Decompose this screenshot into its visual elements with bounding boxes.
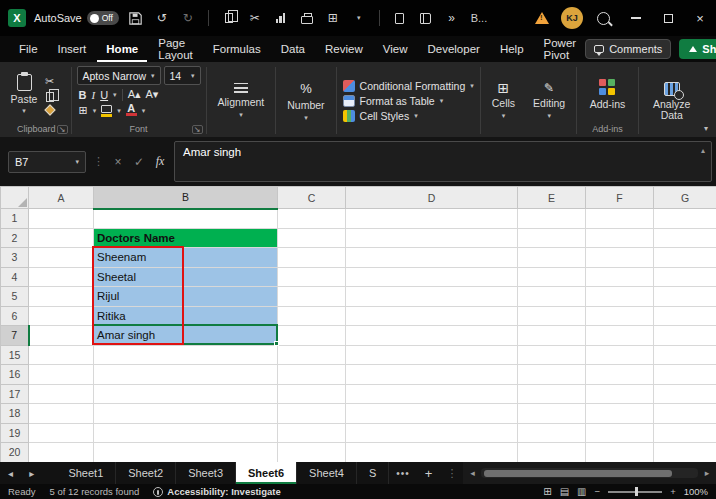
workbook-stats-button[interactable] [417,7,435,29]
ribbon-tab-insert[interactable]: Insert [49,36,96,62]
increase-font-size-button[interactable]: A▴ [128,88,141,101]
column-header-E[interactable]: E [518,187,586,209]
paste-button[interactable]: Paste ▾ [7,66,41,123]
cell-D1[interactable] [346,209,518,229]
cancel-button[interactable]: × [111,155,125,169]
ribbon-tab-data[interactable]: Data [272,36,314,62]
ribbon-tab-home[interactable]: Home [97,36,147,62]
cell-C7[interactable] [278,326,346,346]
row-header-6[interactable]: 6 [1,306,29,326]
cell-C6[interactable] [278,306,346,326]
cell-E20[interactable] [518,443,586,463]
normal-view-button[interactable]: ⊞ [543,486,551,497]
status-accessibility[interactable]: Accessibility: Investigate [167,486,281,497]
cell-F7[interactable] [586,326,654,346]
column-header-D[interactable]: D [346,187,518,209]
cell-B1[interactable] [94,209,278,229]
analyze-data-button[interactable]: Analyze Data [644,66,700,136]
insert-chart-button[interactable] [272,7,290,29]
zoom-percentage[interactable]: 100% [684,486,708,497]
ribbon-tab-formulas[interactable]: Formulas [204,36,270,62]
cell-C16[interactable] [278,365,346,385]
cell-D20[interactable] [346,443,518,463]
cell-G3[interactable] [654,248,716,268]
sheet-tab-sheet3[interactable]: Sheet3 [176,462,236,484]
font-name-combobox[interactable]: Aptos Narrow▾ [77,66,161,85]
search-icon[interactable] [597,12,610,25]
cell-G2[interactable] [654,228,716,248]
cell-C20[interactable] [278,443,346,463]
sheet-tab-sheet2[interactable]: Sheet2 [116,462,176,484]
row-header-16[interactable]: 16 [1,365,29,385]
cell-styles-button[interactable]: Cell Styles▾ [343,110,474,122]
cell-F5[interactable] [586,287,654,307]
cell-A4[interactable] [29,267,94,287]
cell-E17[interactable] [518,384,586,404]
row-header-5[interactable]: 5 [1,287,29,307]
cell-B4[interactable]: Sheetal [94,267,278,287]
cell-C17[interactable] [278,384,346,404]
row-header-19[interactable]: 19 [1,423,29,443]
cell-A17[interactable] [29,384,94,404]
underline-button[interactable]: U [100,89,108,101]
cell-D19[interactable] [346,423,518,443]
sheet-tab-sheet1[interactable]: Sheet1 [56,462,116,484]
cell-A7[interactable] [29,326,94,346]
scrollbar-track[interactable] [481,468,698,478]
cell-B5[interactable]: Rijul [94,287,278,307]
cell-D17[interactable] [346,384,518,404]
cell-F4[interactable] [586,267,654,287]
sheet-tab-sheet4[interactable]: Sheet4 [297,462,357,484]
cell-G5[interactable] [654,287,716,307]
sheet-nav-left-button[interactable]: ◂ [0,468,21,479]
cell-D18[interactable] [346,404,518,424]
bold-button[interactable]: B [79,89,87,101]
print-button[interactable] [298,7,316,29]
toolbar-overflow-button[interactable]: » [443,7,461,29]
column-header-G[interactable]: G [654,187,716,209]
format-painter-button[interactable] [44,104,55,115]
cell-D15[interactable] [346,345,518,365]
decrease-font-size-button[interactable]: A▾ [145,88,158,101]
scroll-left-icon[interactable]: ◂ [465,468,479,478]
zoom-in-button[interactable]: + [670,486,676,497]
clipboard-dialog-launcher[interactable]: ↘ [57,125,68,134]
cell-G6[interactable] [654,306,716,326]
row-header-3[interactable]: 3 [1,248,29,268]
cell-F15[interactable] [586,345,654,365]
collapse-ribbon-button[interactable]: ▾ [704,124,708,133]
row-header-15[interactable]: 15 [1,345,29,365]
fill-color-button[interactable] [101,105,112,113]
format-as-table-button[interactable]: Format as Table▾ [343,95,474,107]
row-header-4[interactable]: 4 [1,267,29,287]
borders-button[interactable]: ⊞ [79,104,88,117]
cell-C19[interactable] [278,423,346,443]
comments-button[interactable]: Comments [585,39,671,59]
customize-qat-button[interactable]: ▾ [350,7,368,29]
zoom-slider[interactable] [608,487,662,496]
cell-E5[interactable] [518,287,586,307]
cell-F6[interactable] [586,306,654,326]
select-all-corner[interactable] [1,187,29,209]
cell-B18[interactable] [94,404,278,424]
zoom-slider-thumb[interactable] [635,487,638,496]
cell-E16[interactable] [518,365,586,385]
cut-button[interactable]: ✂ [45,75,54,88]
cell-B16[interactable] [94,365,278,385]
sheet-nav-right-button[interactable]: ▸ [21,468,42,479]
cell-G1[interactable] [654,209,716,229]
scrollbar-thumb[interactable] [484,470,672,477]
ribbon-tab-file[interactable]: File [10,36,47,62]
warning-icon[interactable] [535,12,549,24]
cell-A6[interactable] [29,306,94,326]
minimize-button[interactable] [620,0,652,36]
name-box[interactable]: B7 ▾ [8,151,86,173]
row-header-20[interactable]: 20 [1,443,29,463]
cell-F19[interactable] [586,423,654,443]
cell-C3[interactable] [278,248,346,268]
sheet-tab-s[interactable]: S [357,462,389,484]
ribbon-tab-help[interactable]: Help [491,36,533,62]
add-ins-button[interactable]: Add-ins [582,66,633,123]
cut-button[interactable]: ✂ [246,7,264,29]
cell-E18[interactable] [518,404,586,424]
